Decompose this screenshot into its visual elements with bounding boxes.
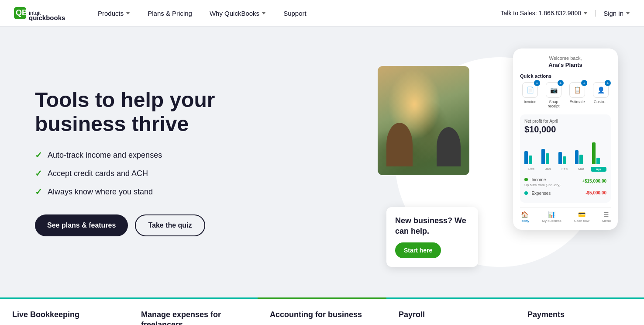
svg-text:QB: QB	[16, 8, 28, 17]
hero-title: Tools to help your business thrive	[35, 88, 245, 136]
see-plans-button[interactable]: See plans & features	[35, 214, 128, 236]
new-business-title: New business? We can help.	[395, 216, 469, 236]
today-icon: 🏠	[521, 211, 528, 218]
category-live-bookkeeping-title: Live Bookkeeping	[12, 310, 117, 320]
chart-labels: Dec Jan Feb Mar Apr	[524, 167, 606, 172]
sales-chevron-icon	[583, 12, 588, 14]
nav-why-quickbooks[interactable]: Why QuickBooks	[201, 0, 275, 27]
categories-bar: Live Bookkeeping Manage expenses for fre…	[0, 297, 644, 325]
custom-icon: 👤 +	[593, 82, 609, 98]
profit-breakdown: Income Up 50% from (January) +$15,000.00…	[524, 175, 606, 197]
bar-mar-1	[575, 150, 579, 164]
category-freelancers[interactable]: Manage expenses for freelancers	[129, 297, 258, 325]
quick-actions-row: 📄 + Invoice 📷 + Snap receipt 📋 +	[520, 82, 611, 108]
nav-right: Talk to Sales: 1.866.832.9800 | Sign in	[501, 9, 630, 17]
bar-jan-2	[546, 153, 549, 164]
bar-mar-2	[579, 155, 583, 164]
nav-support[interactable]: Support	[275, 0, 315, 27]
app-business-name: Ana's Plants	[520, 62, 611, 68]
hero-section: Tools to help your business thrive ✓ Aut…	[0, 27, 644, 297]
bar-feb-2	[563, 156, 566, 164]
my-business-icon: 📊	[548, 211, 555, 218]
qa-invoice-label: Invoice	[524, 100, 537, 104]
chart-label-dec: Dec	[524, 167, 538, 172]
chart-label-mar: Mar	[574, 167, 588, 172]
bottom-today[interactable]: 🏠 Today	[520, 211, 529, 223]
category-freelancers-title: Manage expenses for freelancers	[141, 310, 245, 325]
check-icon-3: ✓	[35, 187, 42, 197]
chart-area	[524, 138, 606, 164]
plus-icon-2: +	[558, 80, 564, 86]
category-accounting[interactable]: Accounting for business	[258, 297, 386, 325]
qa-custom: 👤 + Custo…	[591, 82, 611, 108]
app-welcome-text: Welcome back,	[520, 55, 611, 61]
category-payments-title: Payments	[527, 310, 632, 320]
nav-divider: |	[595, 9, 596, 17]
plus-icon-3: +	[581, 80, 587, 86]
chart-feb	[558, 152, 573, 164]
app-mockup: Welcome back, Ana's Plants Quick actions…	[513, 48, 618, 230]
category-payroll-title: Payroll	[399, 310, 503, 320]
income-dot	[524, 178, 528, 181]
hero-photo	[378, 66, 469, 175]
chart-label-feb: Feb	[558, 167, 572, 172]
hero-photo-inner	[378, 66, 469, 175]
feature-1: ✓ Auto-track income and expenses	[35, 150, 245, 160]
chart-apr	[592, 142, 606, 164]
take-quiz-button[interactable]: Take the quiz	[135, 214, 205, 236]
chart-jan	[541, 149, 556, 164]
net-profit-section: Net profit for April $10,000	[520, 114, 611, 203]
feature-2: ✓ Accept credit cards and ACH	[35, 168, 245, 179]
category-payroll[interactable]: Payroll	[386, 297, 515, 325]
bar-apr-2	[596, 158, 600, 164]
nav-products[interactable]: Products	[89, 0, 139, 27]
check-icon-2: ✓	[35, 168, 42, 179]
qa-invoice: 📄 + Invoice	[520, 82, 540, 108]
income-row: Income Up 50% from (January) +$15,000.00	[524, 175, 606, 187]
svg-text:quickbooks: quickbooks	[29, 14, 65, 21]
plus-icon-4: +	[605, 80, 611, 86]
qa-estimate-label: Estimate	[569, 100, 585, 104]
bottom-cash-flow[interactable]: 💳 Cash flow	[574, 211, 589, 223]
start-here-button[interactable]: Start here	[395, 242, 441, 258]
quick-actions-label: Quick actions	[520, 73, 611, 79]
income-value: +$15,000.00	[582, 179, 606, 183]
app-bottom-bar: 🏠 Today 📊 My business 💳 Cash flow ☰ Menu	[520, 207, 611, 223]
cash-flow-icon: 💳	[578, 211, 585, 218]
expenses-label: Expenses	[531, 191, 551, 196]
sign-in-button[interactable]: Sign in	[603, 10, 630, 17]
qa-custom-label: Custo…	[594, 100, 608, 104]
signin-chevron-icon	[626, 12, 630, 14]
expenses-row: Expenses -$5,000.00	[524, 189, 606, 197]
bottom-menu[interactable]: ☰ Menu	[602, 211, 611, 223]
new-business-card: New business? We can help. Start here	[386, 207, 478, 267]
check-icon-1: ✓	[35, 150, 42, 160]
bar-jan-1	[541, 149, 545, 164]
chart-label-jan: Jan	[541, 167, 555, 172]
qa-snap-label: Snap receipt	[544, 100, 564, 108]
bottom-my-business[interactable]: 📊 My business	[542, 211, 561, 223]
products-chevron-icon	[126, 12, 130, 14]
plus-icon: +	[534, 80, 540, 86]
nav-plans-pricing[interactable]: Plans & Pricing	[139, 0, 201, 27]
bar-apr-1	[592, 142, 596, 164]
net-profit-amount: $10,000	[524, 124, 606, 135]
bar-feb-1	[558, 152, 562, 164]
income-sub: Up 50% from (January)	[524, 183, 561, 187]
expenses-value: -$5,000.00	[585, 190, 606, 195]
hero-visual: New business? We can help. Start here We…	[378, 48, 618, 276]
hero-content: Tools to help your business thrive ✓ Aut…	[35, 88, 245, 236]
category-live-bookkeeping[interactable]: Live Bookkeeping	[0, 297, 129, 325]
category-payments[interactable]: Payments	[515, 297, 644, 325]
income-label: Income	[531, 177, 546, 182]
expenses-dot	[524, 191, 528, 195]
estimate-icon: 📋 +	[569, 82, 585, 98]
snap-receipt-icon: 📷 +	[546, 82, 561, 98]
logo[interactable]: QB intuit quickbooks	[14, 5, 75, 21]
invoice-icon: 📄 +	[522, 82, 538, 98]
talk-to-sales[interactable]: Talk to Sales: 1.866.832.9800	[501, 10, 588, 17]
net-profit-label: Net profit for April	[524, 119, 606, 124]
qa-estimate: 📋 + Estimate	[567, 82, 587, 108]
category-accounting-title: Accounting for business	[270, 310, 374, 320]
nav-links: Products Plans & Pricing Why QuickBooks …	[89, 0, 501, 27]
